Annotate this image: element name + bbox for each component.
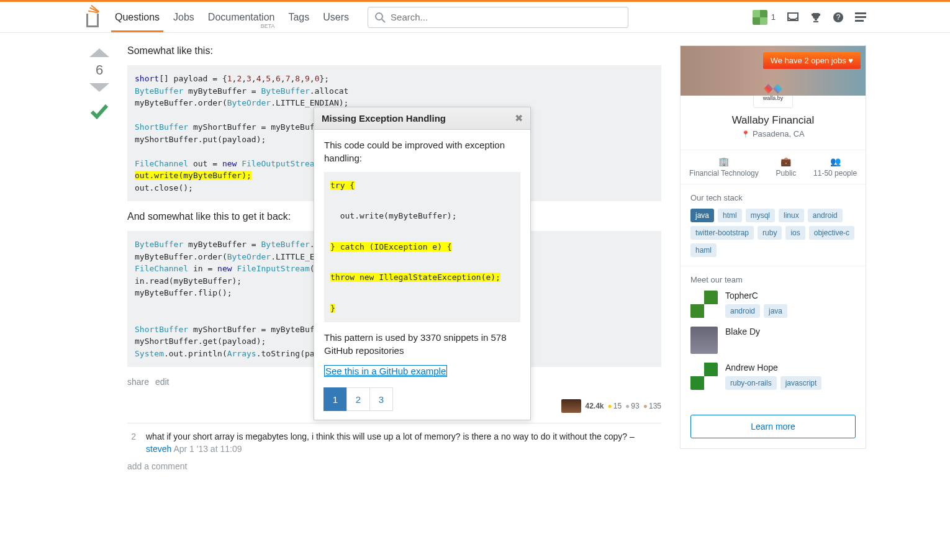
team-avatar[interactable] [690,363,718,390]
comment-score: 2 [127,431,136,455]
search-box[interactable] [368,7,628,28]
accepted-check-icon [89,103,109,125]
tooltip-title: Missing Exception Handling [322,113,446,124]
sidebar: We have 2 open jobs ♥ walla.by Wallaby F… [680,45,866,471]
vote-count: 6 [96,62,103,78]
edit-link[interactable]: edit [155,377,170,387]
trophy-icon[interactable] [810,12,821,23]
tooltip-intro: This code could be improved with excepti… [324,138,520,165]
svg-rect-4 [855,12,866,14]
vote-column: 6 [84,45,115,471]
tag[interactable]: java [764,304,787,318]
so-logo-icon[interactable] [84,7,102,27]
job-banner: We have 2 open jobs ♥ [681,46,866,96]
tag[interactable]: android [725,304,760,318]
page-2[interactable]: 2 [346,387,370,411]
team-avatar[interactable] [690,327,718,354]
tag[interactable]: objective-c [809,226,854,240]
company-name: Wallaby Financial [681,114,866,127]
tag[interactable]: ios [785,226,805,240]
team-member: TopherC android java [690,291,856,318]
team-member-name: Andrew Hope [725,363,821,373]
user-menu[interactable]: 1 [753,10,776,25]
svg-line-1 [382,19,385,22]
tooltip-code: try { out.write(myByteBuffer); } catch (… [324,172,520,322]
tag[interactable]: java [690,209,714,222]
help-icon[interactable]: ? [833,12,844,23]
comments: 2 what if your short array is megabytes … [127,423,661,471]
tag[interactable]: html [718,209,742,222]
team-avatar[interactable] [690,291,718,318]
job-card: We have 2 open jobs ♥ walla.by Wallaby F… [680,45,866,449]
tag[interactable]: javascript [780,376,822,390]
pin-icon: 📍 [741,130,750,138]
github-example-link[interactable]: See this in a GitHub example [324,365,447,377]
company-location: 📍 Pasadena, CA [681,129,866,138]
svg-rect-5 [855,16,866,18]
comment-date: Apr 1 '13 at 11:09 [173,444,242,454]
svg-rect-6 [855,20,864,22]
nav-documentation[interactable]: Documentation BETA [208,3,275,32]
tag[interactable]: linux [779,209,804,222]
nav-users[interactable]: Users [323,3,349,32]
downvote-button[interactable] [89,83,109,92]
svg-point-0 [376,13,382,20]
tag[interactable]: twitter-bootstrap [690,226,754,240]
avatar [753,10,767,25]
search-input[interactable] [391,12,622,22]
bronze-badge-count: 135 [643,402,661,410]
tag[interactable]: haml [690,243,717,257]
share-link[interactable]: share [127,377,149,387]
team-title: Meet our team [690,275,856,284]
beta-label: BETA [261,23,275,29]
tag[interactable]: android [808,209,843,222]
team-member-name: TopherC [725,291,787,300]
answerer-avatar[interactable] [561,399,581,413]
learn-more-button[interactable]: Learn more [690,415,856,438]
tech-stack-tags: java html mysql linux android twitter-bo… [690,209,856,257]
tag[interactable]: mysql [746,209,775,222]
svg-text:?: ? [836,13,841,22]
team-member-name: Blake Dy [725,327,760,336]
upvote-button[interactable] [89,48,109,57]
inbox-icon[interactable] [787,12,799,23]
tag[interactable]: ruby-on-rails [725,376,777,390]
reputation: 42.4k [585,402,604,410]
open-jobs-pill[interactable]: We have 2 open jobs ♥ [763,52,861,69]
tech-stack-title: Our tech stack [690,193,856,202]
stat-industry: 🏢Financial Technology [689,156,759,178]
nav-questions[interactable]: Questions [115,3,160,32]
nav-tags[interactable]: Tags [288,3,309,32]
gold-badge-count: 15 [608,402,622,410]
page-1[interactable]: 1 [323,387,347,411]
tooltip-outro: This pattern is used by 3370 snippets in… [324,331,520,357]
add-comment-link[interactable]: add a comment [127,461,661,471]
team-member: Blake Dy [690,327,856,354]
hamburger-icon[interactable] [855,12,866,22]
reputation: 1 [771,12,776,22]
nav-jobs[interactable]: Jobs [173,3,194,32]
comment-text: what if your short array is megabytes lo… [146,431,661,455]
tag[interactable]: ruby [758,226,782,240]
stat-type: 💼Public [776,156,797,178]
silver-badge-count: 93 [625,402,640,410]
comment-author-link[interactable]: steveh [146,444,171,454]
stat-size: 👥11-50 people [813,156,857,178]
team-member: Andrew Hope ruby-on-rails javascript [690,363,856,390]
tooltip-pager: 1 2 3 [324,387,520,411]
search-icon [374,12,386,23]
paragraph: Somewhat like this: [127,45,661,56]
page-3[interactable]: 3 [369,387,393,411]
close-icon[interactable]: ✖ [515,112,523,124]
exception-tooltip: Missing Exception Handling ✖ This code c… [314,107,531,420]
topbar: Questions Jobs Documentation BETA Tags U… [0,2,950,33]
